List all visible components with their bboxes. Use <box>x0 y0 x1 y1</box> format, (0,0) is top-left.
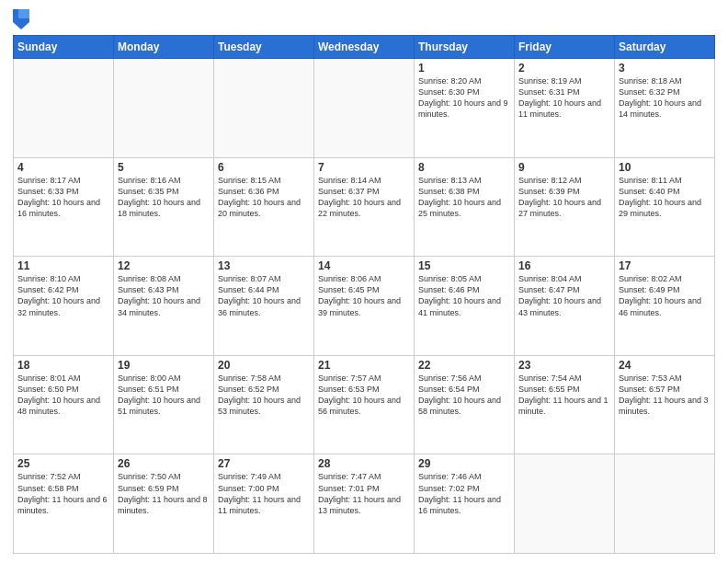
day-info: Sunrise: 7:58 AM Sunset: 6:52 PM Dayligh… <box>218 373 310 418</box>
day-info: Sunrise: 8:18 AM Sunset: 6:32 PM Dayligh… <box>619 75 711 121</box>
day-number: 11 <box>17 259 109 272</box>
day-info: Sunrise: 8:17 AM Sunset: 6:33 PM Dayligh… <box>17 175 109 220</box>
calendar-week-2: 4Sunrise: 8:17 AM Sunset: 6:33 PM Daylig… <box>14 157 715 257</box>
calendar-cell: 26Sunrise: 7:50 AM Sunset: 6:59 PM Dayli… <box>114 454 214 554</box>
calendar-cell: 22Sunrise: 7:56 AM Sunset: 6:54 PM Dayli… <box>415 355 515 454</box>
day-info: Sunrise: 7:57 AM Sunset: 6:53 PM Dayligh… <box>318 373 410 418</box>
day-info: Sunrise: 7:50 AM Sunset: 6:59 PM Dayligh… <box>118 471 210 516</box>
col-header-friday: Friday <box>515 36 615 59</box>
calendar-cell: 3Sunrise: 8:18 AM Sunset: 6:32 PM Daylig… <box>615 59 715 158</box>
col-header-tuesday: Tuesday <box>214 36 314 59</box>
day-number: 18 <box>17 359 109 372</box>
logo <box>13 9 31 29</box>
day-info: Sunrise: 8:16 AM Sunset: 6:35 PM Dayligh… <box>118 175 210 220</box>
day-number: 24 <box>619 359 711 372</box>
day-info: Sunrise: 7:53 AM Sunset: 6:57 PM Dayligh… <box>619 373 711 418</box>
day-number: 16 <box>518 259 610 272</box>
col-header-monday: Monday <box>114 36 214 59</box>
logo-icon <box>13 9 29 29</box>
calendar-week-1: 1Sunrise: 8:20 AM Sunset: 6:30 PM Daylig… <box>14 59 715 158</box>
col-header-wednesday: Wednesday <box>314 36 415 59</box>
day-number: 6 <box>218 161 310 174</box>
calendar-cell: 1Sunrise: 8:20 AM Sunset: 6:30 PM Daylig… <box>415 59 515 158</box>
day-number: 1 <box>418 62 510 75</box>
calendar-header-row: SundayMondayTuesdayWednesdayThursdayFrid… <box>14 36 715 59</box>
calendar-cell: 20Sunrise: 7:58 AM Sunset: 6:52 PM Dayli… <box>214 355 314 454</box>
day-number: 5 <box>118 161 210 174</box>
day-info: Sunrise: 8:11 AM Sunset: 6:40 PM Dayligh… <box>619 175 711 220</box>
day-info: Sunrise: 7:49 AM Sunset: 7:00 PM Dayligh… <box>218 471 310 516</box>
calendar-table: SundayMondayTuesdayWednesdayThursdayFrid… <box>13 35 715 554</box>
calendar-cell: 5Sunrise: 8:16 AM Sunset: 6:35 PM Daylig… <box>114 157 214 257</box>
calendar-week-4: 18Sunrise: 8:01 AM Sunset: 6:50 PM Dayli… <box>14 355 715 454</box>
calendar-cell: 27Sunrise: 7:49 AM Sunset: 7:00 PM Dayli… <box>214 454 314 554</box>
calendar-cell: 11Sunrise: 8:10 AM Sunset: 6:42 PM Dayli… <box>14 257 114 356</box>
col-header-thursday: Thursday <box>415 36 515 59</box>
calendar-cell: 10Sunrise: 8:11 AM Sunset: 6:40 PM Dayli… <box>615 157 715 257</box>
svg-marker-1 <box>18 9 29 18</box>
calendar-cell: 19Sunrise: 8:00 AM Sunset: 6:51 PM Dayli… <box>114 355 214 454</box>
day-info: Sunrise: 8:05 AM Sunset: 6:46 PM Dayligh… <box>418 273 510 318</box>
day-number: 23 <box>518 359 610 372</box>
day-info: Sunrise: 8:10 AM Sunset: 6:42 PM Dayligh… <box>17 273 109 318</box>
day-info: Sunrise: 7:47 AM Sunset: 7:01 PM Dayligh… <box>318 471 410 516</box>
day-info: Sunrise: 8:14 AM Sunset: 6:37 PM Dayligh… <box>318 175 410 220</box>
calendar-cell: 21Sunrise: 7:57 AM Sunset: 6:53 PM Dayli… <box>314 355 415 454</box>
day-number: 20 <box>218 359 310 372</box>
day-number: 7 <box>318 161 410 174</box>
day-number: 4 <box>17 161 109 174</box>
day-info: Sunrise: 7:46 AM Sunset: 7:02 PM Dayligh… <box>418 471 510 516</box>
day-info: Sunrise: 8:01 AM Sunset: 6:50 PM Dayligh… <box>17 373 109 418</box>
calendar-cell: 4Sunrise: 8:17 AM Sunset: 6:33 PM Daylig… <box>14 157 114 257</box>
calendar-cell: 12Sunrise: 8:08 AM Sunset: 6:43 PM Dayli… <box>114 257 214 356</box>
calendar-cell: 16Sunrise: 8:04 AM Sunset: 6:47 PM Dayli… <box>515 257 615 356</box>
day-number: 13 <box>218 259 310 272</box>
day-number: 2 <box>518 62 610 75</box>
day-info: Sunrise: 8:20 AM Sunset: 6:30 PM Dayligh… <box>418 75 510 121</box>
calendar-cell: 25Sunrise: 7:52 AM Sunset: 6:58 PM Dayli… <box>14 454 114 554</box>
page: SundayMondayTuesdayWednesdayThursdayFrid… <box>0 0 728 563</box>
calendar-cell: 18Sunrise: 8:01 AM Sunset: 6:50 PM Dayli… <box>14 355 114 454</box>
day-number: 28 <box>318 457 410 470</box>
day-info: Sunrise: 7:54 AM Sunset: 6:55 PM Dayligh… <box>518 373 610 418</box>
calendar-cell <box>314 59 415 158</box>
day-info: Sunrise: 8:13 AM Sunset: 6:38 PM Dayligh… <box>418 175 510 220</box>
calendar-cell: 17Sunrise: 8:02 AM Sunset: 6:49 PM Dayli… <box>615 257 715 356</box>
calendar-cell <box>14 59 114 158</box>
day-number: 15 <box>418 259 510 272</box>
calendar-cell: 15Sunrise: 8:05 AM Sunset: 6:46 PM Dayli… <box>415 257 515 356</box>
day-info: Sunrise: 8:07 AM Sunset: 6:44 PM Dayligh… <box>218 273 310 318</box>
day-number: 12 <box>118 259 210 272</box>
calendar-cell: 28Sunrise: 7:47 AM Sunset: 7:01 PM Dayli… <box>314 454 415 554</box>
calendar-cell: 9Sunrise: 8:12 AM Sunset: 6:39 PM Daylig… <box>515 157 615 257</box>
day-number: 25 <box>17 457 109 470</box>
col-header-sunday: Sunday <box>14 36 114 59</box>
day-info: Sunrise: 8:08 AM Sunset: 6:43 PM Dayligh… <box>118 273 210 318</box>
day-number: 3 <box>619 62 711 75</box>
day-number: 10 <box>619 161 711 174</box>
calendar-cell <box>615 454 715 554</box>
day-number: 22 <box>418 359 510 372</box>
day-number: 19 <box>118 359 210 372</box>
day-number: 29 <box>418 457 510 470</box>
calendar-cell: 7Sunrise: 8:14 AM Sunset: 6:37 PM Daylig… <box>314 157 415 257</box>
calendar-cell: 24Sunrise: 7:53 AM Sunset: 6:57 PM Dayli… <box>615 355 715 454</box>
day-number: 17 <box>619 259 711 272</box>
calendar-cell: 8Sunrise: 8:13 AM Sunset: 6:38 PM Daylig… <box>415 157 515 257</box>
day-info: Sunrise: 8:19 AM Sunset: 6:31 PM Dayligh… <box>518 75 610 121</box>
day-number: 9 <box>518 161 610 174</box>
day-info: Sunrise: 8:00 AM Sunset: 6:51 PM Dayligh… <box>118 373 210 418</box>
day-number: 14 <box>318 259 410 272</box>
day-info: Sunrise: 8:12 AM Sunset: 6:39 PM Dayligh… <box>518 175 610 220</box>
day-info: Sunrise: 7:52 AM Sunset: 6:58 PM Dayligh… <box>17 471 109 516</box>
day-info: Sunrise: 8:15 AM Sunset: 6:36 PM Dayligh… <box>218 175 310 220</box>
day-info: Sunrise: 8:04 AM Sunset: 6:47 PM Dayligh… <box>518 273 610 318</box>
day-number: 8 <box>418 161 510 174</box>
calendar-cell <box>214 59 314 158</box>
day-info: Sunrise: 7:56 AM Sunset: 6:54 PM Dayligh… <box>418 373 510 418</box>
calendar-cell: 29Sunrise: 7:46 AM Sunset: 7:02 PM Dayli… <box>415 454 515 554</box>
day-info: Sunrise: 8:02 AM Sunset: 6:49 PM Dayligh… <box>619 273 711 318</box>
calendar-cell: 2Sunrise: 8:19 AM Sunset: 6:31 PM Daylig… <box>515 59 615 158</box>
day-number: 27 <box>218 457 310 470</box>
calendar-cell: 14Sunrise: 8:06 AM Sunset: 6:45 PM Dayli… <box>314 257 415 356</box>
